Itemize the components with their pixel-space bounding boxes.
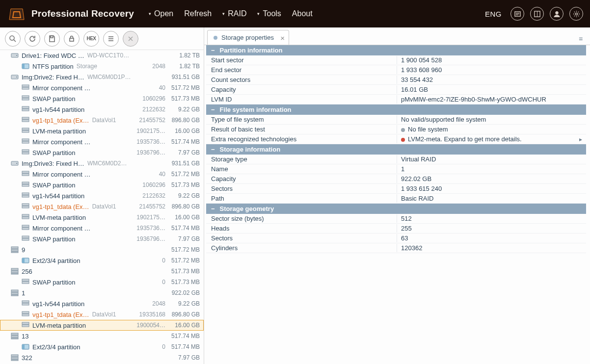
svg-point-20 — [16, 55, 17, 56]
property-row: Heads255 — [206, 224, 586, 234]
tree-row[interactable]: Img:Drive2: Fixed H…WMC6M0D1P…931.51 GB — [0, 72, 204, 82]
tree-row[interactable]: SWAP partition1936796…7.97 GB — [0, 147, 204, 158]
list-button[interactable] — [103, 31, 119, 47]
tree-row[interactable]: Img:Drive3: Fixed H…WMC6M0D2…931.51 GB — [0, 158, 204, 169]
user-icon[interactable] — [550, 7, 563, 21]
property-key: End sector — [206, 66, 397, 74]
svg-rect-73 — [22, 325, 29, 327]
tree-row[interactable]: SWAP partition1936796…7.97 GB — [0, 234, 204, 244]
tree-row-label: DataVol1 — [92, 203, 116, 210]
part-icon — [22, 62, 29, 70]
svg-rect-63 — [22, 279, 29, 281]
property-row: Type of file systemNo valid/supported fi… — [206, 115, 586, 125]
tree-row[interactable]: vg1-tp1_tdata (Ex…DataVol121455752896.80… — [0, 115, 204, 126]
svg-rect-31 — [22, 117, 29, 119]
svg-rect-76 — [11, 338, 18, 339]
tree-row[interactable]: SWAP partition1060296517.73 MB — [0, 93, 204, 104]
svg-rect-52 — [22, 228, 29, 230]
tree-row[interactable]: 13517.74 MB — [0, 331, 204, 341]
tree-row[interactable]: Ext2/3/4 partition0517.72 MB — [0, 255, 204, 266]
tree-row[interactable]: vg1-tp1_tdata (Ex…DataVol119335168896.80… — [0, 309, 204, 320]
tree-row[interactable]: NTFS partitionStorage20481.82 TB — [0, 61, 204, 72]
property-key: Cylinders — [206, 244, 397, 252]
svg-rect-57 — [11, 252, 18, 253]
menu-raid[interactable]: ▾RAID — [222, 9, 246, 18]
tree-row-name: SWAP partition — [32, 235, 75, 243]
main-menu: ▾Open Refresh ▾RAID ▾Tools About — [149, 9, 313, 18]
tree-row[interactable]: LVM-meta partition1902175…16.00 GB — [0, 126, 204, 136]
refresh-button[interactable] — [25, 31, 40, 47]
menu-about[interactable]: About — [292, 9, 313, 18]
tree-row-name: Img:Drive2: Fixed H… — [22, 74, 84, 81]
raid-icon — [22, 300, 29, 308]
svg-rect-69 — [22, 303, 29, 305]
tree-row[interactable]: vg1-lv544 partition21226329.22 GB — [0, 190, 204, 201]
svg-rect-29 — [22, 106, 29, 108]
tree-row-name: Ext2/3/4 partition — [32, 257, 80, 264]
property-value: Virtual RAID — [397, 155, 586, 163]
tree-row-offset: 1902175… — [131, 214, 165, 221]
panel-toggle-icon[interactable] — [530, 7, 544, 21]
menu-open[interactable]: ▾Open — [149, 9, 173, 18]
menu-refresh[interactable]: Refresh — [184, 9, 212, 18]
tab-close-icon[interactable]: × — [280, 34, 285, 42]
svg-rect-45 — [22, 193, 29, 195]
log-icon[interactable] — [510, 7, 524, 21]
section-header[interactable]: −Storage information — [206, 144, 586, 155]
menu-tools[interactable]: ▾Tools — [257, 9, 281, 18]
property-key: Capacity — [206, 85, 397, 94]
tree-row-size: 896.80 GB — [165, 117, 200, 124]
tree-row[interactable]: LVM-meta partition1902175…16.00 GB — [0, 212, 204, 223]
tree-row[interactable]: vg1-tp1_tdata (Ex…DataVol121455752896.80… — [0, 201, 204, 212]
tree-row[interactable]: SWAP partition1060296517.73 MB — [0, 180, 204, 190]
tree-row-offset: 1060296 — [131, 95, 165, 102]
property-row[interactable]: Extra recognized technologiesLVM2-meta. … — [206, 134, 586, 144]
section-header[interactable]: −Storage geometry — [206, 204, 586, 214]
storage-tree[interactable]: Drive1: Fixed WDC …WD-WCC1T0…1.82 TBNTFS… — [0, 50, 204, 364]
svg-rect-12 — [51, 36, 53, 38]
tree-row[interactable]: 3227.97 GB — [0, 352, 204, 363]
tree-row-name: Drive1: Fixed WDC … — [22, 52, 84, 59]
save-button[interactable] — [44, 31, 60, 47]
tree-row[interactable]: Mirror component …1935736…517.74 MB — [0, 223, 204, 234]
tree-row-name: Mirror component … — [32, 171, 90, 178]
panel-settings-icon[interactable]: ≡ — [575, 35, 586, 45]
tree-row[interactable]: vg1-lv544 partition20489.22 GB — [0, 298, 204, 309]
property-value: 1 933 608 960 — [397, 66, 586, 74]
tree-row[interactable]: vg1-lv544 partition21226329.22 GB — [0, 104, 204, 115]
property-key: Sector size (bytes) — [206, 214, 397, 223]
tree-row-size: 517.73 MB — [165, 182, 200, 188]
tree-row-size: 517.73 MB — [165, 95, 200, 102]
tree-row[interactable]: 256517.73 MB — [0, 266, 204, 277]
tree-row-size: 517.74 MB — [165, 225, 200, 232]
hex-view-button[interactable]: HEX — [83, 31, 99, 47]
tree-row-offset: 1936796… — [131, 235, 165, 242]
section-header[interactable]: −File system information — [206, 104, 586, 115]
tree-row[interactable]: 9517.72 MB — [0, 244, 204, 255]
property-row: Sectors1 933 615 240 — [206, 184, 586, 194]
tree-row[interactable]: LVM-meta partition1900054…16.00 GB — [0, 320, 204, 331]
close-button[interactable] — [123, 31, 138, 47]
tree-row[interactable]: 1922.02 GB — [0, 287, 204, 298]
property-row: Result of basic testNo file system — [206, 125, 586, 134]
section-header[interactable]: −Partition information — [206, 45, 586, 55]
svg-rect-27 — [22, 96, 29, 98]
lock-button[interactable] — [64, 31, 80, 47]
tree-row-size: 896.80 GB — [165, 311, 200, 318]
svg-point-24 — [16, 77, 17, 78]
tree-row[interactable]: Mirror component …40517.72 MB — [0, 82, 204, 93]
tree-row-size: 517.72 MB — [165, 257, 200, 264]
tree-row[interactable]: Mirror component …40517.72 MB — [0, 169, 204, 180]
tree-row[interactable]: Mirror component …1935736…517.74 MB — [0, 136, 204, 147]
tree-row[interactable]: Drive1: Fixed WDC …WD-WCC1T0…1.82 TB — [0, 50, 204, 61]
search-button[interactable] — [5, 31, 21, 47]
tree-row[interactable]: Ext2/3/4 partition0517.74 MB — [0, 341, 204, 352]
property-value: No file system — [397, 125, 586, 133]
settings-gear-icon[interactable] — [569, 7, 583, 21]
svg-rect-32 — [22, 120, 29, 122]
tree-row-name: Mirror component … — [32, 225, 90, 232]
vol-icon — [11, 289, 19, 297]
language-selector[interactable]: ENG — [485, 10, 502, 18]
tree-row[interactable]: SWAP partition0517.73 MB — [0, 277, 204, 287]
tab-storage-properties[interactable]: Storage properties × — [207, 30, 289, 45]
